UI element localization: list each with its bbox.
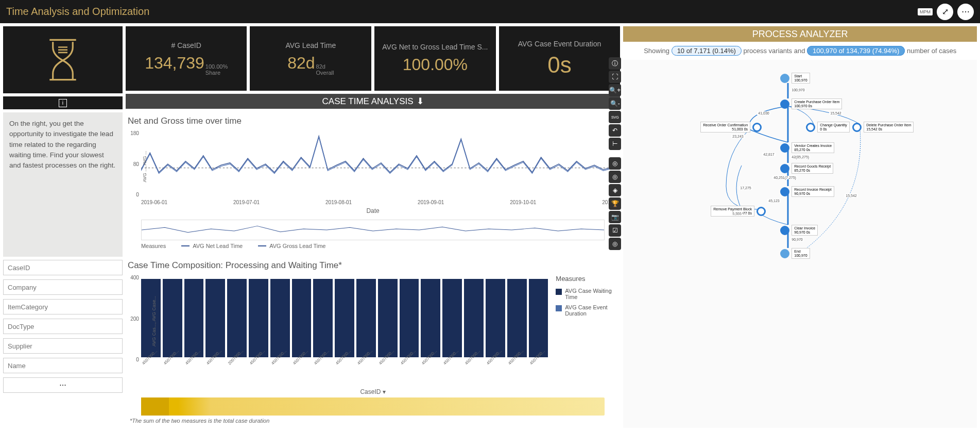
line-chart-svg (141, 130, 615, 197)
expand-button[interactable]: ⤢ (937, 4, 953, 20)
edge-label: 17,275 (739, 186, 752, 190)
process-canvas[interactable]: Start100,970 Create Purchase Order Item1… (623, 60, 977, 428)
bar[interactable] (141, 279, 161, 357)
legend-title: Measures (556, 275, 617, 283)
bar[interactable] (421, 279, 440, 357)
brush-yellow-chart[interactable] (141, 397, 605, 416)
process-info: Showing 10 of 7,171 (0.14%) process vari… (623, 42, 977, 60)
info-icon: i (59, 99, 67, 107)
svg-tool[interactable]: SVG (609, 111, 621, 123)
y-axis-label: AVG ..., AVG ... (142, 151, 147, 182)
node-clear-invoice[interactable]: Clear Invoice90,970 0s (780, 225, 818, 236)
bar[interactable] (205, 279, 225, 357)
legend-item-net[interactable]: AVG Net Lead Time (181, 243, 243, 249)
kpi-value: 100.00% (403, 55, 468, 74)
chart-title: Case Time Composition: Processing and Wa… (126, 260, 620, 271)
bar[interactable] (507, 279, 527, 357)
edge-label: 40,251(7,275) (772, 176, 797, 179)
filter-caseid[interactable] (3, 260, 123, 275)
center-content: # CaseID 134,739100.00%Share AVG Lead Ti… (126, 26, 620, 428)
edge-label: 45,123 (767, 199, 780, 203)
kpi-value: 0s (547, 52, 571, 78)
kpi-row: # CaseID 134,739100.00%Share AVG Lead Ti… (126, 26, 620, 91)
hourglass-icon (45, 37, 81, 83)
bar[interactable] (529, 279, 548, 357)
node-goods-receipt[interactable]: Record Goods Receipt85,270 0s (780, 163, 833, 174)
bar[interactable] (249, 279, 268, 357)
kpi-label: AVG Lead Time (285, 41, 336, 49)
process-toolbar: ⓘ ⛶ 🔍+ 🔍- SVG ↶ ⊢ ◎ ◎ ◈ 🏆 📷 ☑ ◎ (609, 57, 622, 250)
node-start[interactable]: Start100,970 (780, 73, 810, 84)
edge-label: 5,555 (731, 212, 743, 216)
bar[interactable] (356, 279, 376, 357)
edge-label: 15,542 (829, 111, 842, 115)
line-chart-section: Net and Gross time over time AVG ..., AV… (126, 112, 620, 253)
zoom-out-tool[interactable]: 🔍- (609, 97, 621, 110)
section-title: CASE TIME ANALYSIS (322, 96, 414, 107)
info-tool[interactable]: ⓘ (609, 57, 621, 70)
line-chart[interactable]: AVG ..., AVG ... 180800 (141, 130, 615, 197)
node-vendor-invoice[interactable]: Vendor Creates Invoice85,270 0s (780, 142, 834, 153)
bar[interactable] (442, 279, 462, 357)
filter-doctype[interactable] (3, 319, 123, 334)
legend-title: Measures (141, 243, 166, 249)
cases-pill[interactable]: 100,970 of 134,739 (74.94%) (807, 46, 905, 56)
bar[interactable] (227, 279, 247, 357)
bar[interactable] (163, 279, 182, 357)
node-invoice-receipt[interactable]: Record Invoice Receipt90,970 0s (780, 186, 834, 197)
more-filters-button[interactable]: ··· (3, 377, 123, 393)
target-tool[interactable]: ◎ (609, 238, 621, 250)
diamond-tool[interactable]: ◈ (609, 184, 621, 196)
check-tool[interactable]: ☑ (609, 224, 621, 237)
bar[interactable] (486, 279, 505, 357)
zoom-in-tool[interactable]: 🔍+ (609, 84, 621, 96)
camera-tool[interactable]: 📷 (609, 211, 621, 223)
node-delete[interactable]: Delete Purchase Order Item15,542 0s (852, 122, 914, 132)
info-card[interactable]: i (3, 96, 123, 109)
brush-chart[interactable] (141, 220, 605, 240)
undo-tool[interactable]: ↶ (609, 124, 621, 137)
bar[interactable] (292, 279, 312, 357)
x-axis-label[interactable]: CaseID ▾ (126, 388, 620, 395)
hourglass-card (3, 26, 123, 93)
left-sidebar: i On the right, you get the opportunity … (3, 26, 123, 428)
filter-company[interactable] (3, 279, 123, 295)
bar[interactable] (335, 279, 354, 357)
filters-section: ··· (3, 260, 123, 428)
chart-title: Net and Gross time over time (126, 116, 620, 126)
bar[interactable] (378, 279, 398, 357)
filter-itemcategory[interactable] (3, 299, 123, 314)
header-actions: MPM ⤢ ⋯ (918, 4, 974, 20)
fit-tool[interactable]: ⛶ (609, 71, 621, 83)
bar[interactable] (400, 279, 419, 357)
line-legend: Measures AVG Net Lead Time AVG Gross Lea… (126, 243, 620, 249)
bar[interactable] (184, 279, 204, 357)
edge-label: 42,817 (762, 153, 775, 156)
node-confirm[interactable]: Receive Order Confirmation51,003 0s (700, 122, 762, 132)
bar-chart-section: Case Time Composition: Processing and Wa… (126, 256, 620, 428)
legend-item-gross[interactable]: AVG Gross Lead Time (258, 243, 325, 249)
edge-label: 23,243 (731, 135, 744, 138)
kpi-label: AVG Net to Gross Lead Time S... (382, 43, 488, 51)
legend-item-waiting[interactable]: AVG Case Waiting Time (556, 288, 617, 300)
node-change-qty[interactable]: Change Quantity0 0s (806, 122, 850, 132)
bar[interactable] (270, 279, 290, 357)
trophy-tool[interactable]: 🏆 (609, 197, 621, 210)
bar[interactable] (464, 279, 484, 357)
bar[interactable] (313, 279, 333, 357)
cursor-tool[interactable]: ⊢ (609, 138, 621, 150)
node-create-order[interactable]: Create Purchase Order Item100,970 0s (780, 98, 842, 109)
variants-pill[interactable]: 10 of 7,171 (0.14%) (672, 46, 742, 56)
filter-name[interactable] (3, 358, 123, 373)
node-end[interactable]: End100,970 (780, 248, 810, 259)
layer2-tool[interactable]: ◎ (609, 171, 621, 183)
bar-chart[interactable]: AVG Cas..., AVG Case... 4002000 Measures… (141, 275, 548, 362)
more-button[interactable]: ⋯ (957, 4, 974, 20)
layer-tool[interactable]: ◎ (609, 157, 621, 170)
bar-x-labels: 4507000...4507000...4507000...4507000...… (141, 362, 548, 383)
filter-supplier[interactable] (3, 338, 123, 354)
edge-label: 42(05,275) (790, 155, 810, 159)
legend-item-duration[interactable]: AVG Case Event Duration (556, 304, 617, 317)
edge-label: 41,030 (757, 111, 770, 115)
mpm-badge: MPM (918, 8, 933, 15)
